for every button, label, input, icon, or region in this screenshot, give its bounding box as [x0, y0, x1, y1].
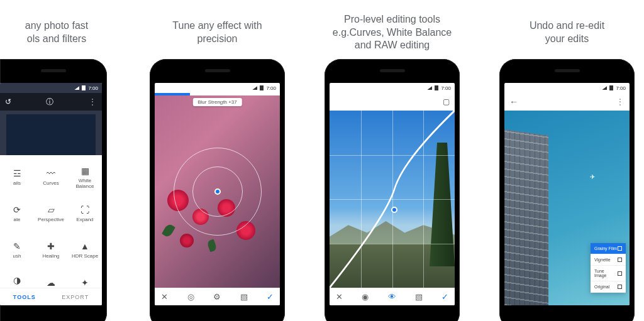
drama-icon: [45, 277, 57, 288]
photo-preview-dimmed: [6, 114, 96, 155]
status-time: 7:00: [88, 85, 98, 91]
panel-caption: any photo fast ols and filters: [25, 13, 89, 53]
app-top-bar: ↺ ⓘ: [0, 93, 102, 111]
history-step-label: Original: [594, 285, 609, 289]
info-icon[interactable]: ⓘ: [46, 97, 53, 107]
phone-speaker: [555, 69, 580, 72]
tonal-icon: [11, 275, 23, 286]
tool-healing[interactable]: Healing: [34, 232, 68, 268]
history-step-label: Grainy Film: [594, 246, 617, 251]
adjustment-chip: Blur Strength +37: [192, 98, 242, 106]
app-top-bar: [504, 93, 630, 111]
battery-icon: [435, 85, 438, 90]
tool-label: ush: [13, 254, 21, 259]
channel-button[interactable]: ◉: [362, 292, 369, 302]
status-bar: 7:00: [155, 83, 280, 93]
overflow-menu-icon[interactable]: [88, 97, 97, 107]
editor-action-bar: ✕ ◎ ⚙ ▧ ✓: [155, 288, 280, 305]
layers-button[interactable]: ▧: [240, 292, 248, 302]
signal-icon: [252, 86, 257, 90]
white-bal-icon: [79, 165, 91, 177]
tool-rotate[interactable]: ate: [0, 195, 34, 232]
tool-label: Expand: [76, 217, 93, 223]
tools-grid: ailsCurvesWhite BalanceatePerspectiveExp…: [0, 155, 102, 288]
status-time: 7:00: [266, 85, 276, 91]
phone-frame: 7:00 Blur Strength +37 ✕ ◎: [150, 59, 285, 321]
confirm-button[interactable]: ✓: [441, 292, 448, 302]
overflow-menu-icon[interactable]: [616, 97, 625, 107]
phone-frame: 7:00 ✈ Grainy FilmVignetteTune ImageOrig…: [499, 59, 635, 321]
tool-brush[interactable]: ush: [0, 232, 34, 268]
compare-icon[interactable]: ▢: [443, 97, 450, 106]
edit-history-stack: Grainy FilmVignetteTune ImageOriginal: [591, 243, 626, 293]
history-step-original[interactable]: Original: [591, 281, 626, 293]
tool-expand[interactable]: Expand: [68, 195, 102, 232]
history-step-label: Vignette: [594, 258, 611, 262]
phone-screen: 7:00 ▢: [330, 83, 455, 305]
status-time: 7:00: [441, 85, 451, 91]
history-step-grainy-film[interactable]: Grainy Film: [591, 243, 626, 254]
app-top-bar: ▢: [330, 93, 455, 111]
status-bar: 7:00: [0, 83, 102, 93]
curve-line[interactable]: [330, 111, 455, 288]
tab-tools[interactable]: TOOLS: [13, 294, 36, 300]
tool-label: ails: [13, 181, 21, 187]
status-bar: 7:00: [330, 83, 455, 93]
history-step-tune-image[interactable]: Tune Image: [591, 266, 626, 281]
tool-label: Curves: [43, 181, 58, 187]
cancel-button[interactable]: ✕: [336, 292, 343, 302]
phone-screen: 7:00 Blur Strength +37 ✕ ◎: [155, 83, 280, 305]
panel-history: Undo and re-edit your edits 7:00 ✈ Grain: [496, 13, 638, 321]
editor-action-bar: ✕ ◉ 👁 ▧ ✓: [330, 288, 455, 305]
photo-bird-icon: ✈: [590, 173, 595, 180]
photo-building: [504, 129, 548, 305]
panel-caption: Pro-level editing tools e.g.Curves, Whit…: [333, 13, 452, 53]
panel-caption: Undo and re-edit your edits: [530, 13, 604, 53]
photo-canvas[interactable]: ✈ Grainy FilmVignetteTune ImageOriginal: [504, 111, 630, 305]
tool-white-bal[interactable]: White Balance: [68, 159, 102, 195]
panel-tools: any photo fast ols and filters 7:00 ↺ ⓘ: [0, 13, 113, 321]
panel-precision: Tune any effect with precision 7:00 Blur…: [147, 13, 288, 321]
history-step-label: Tune Image: [594, 269, 618, 278]
perspective-icon: [45, 204, 57, 215]
battery-icon: [609, 85, 613, 90]
phone-speaker: [205, 69, 230, 72]
target-button[interactable]: ◎: [187, 292, 194, 302]
layers-button[interactable]: ▧: [415, 292, 423, 302]
history-step-thumb-icon: [618, 285, 622, 289]
battery-icon: [82, 85, 86, 90]
confirm-button[interactable]: ✓: [267, 292, 274, 302]
preview-button[interactable]: 👁: [388, 292, 396, 302]
battery-icon: [260, 85, 264, 90]
tab-export[interactable]: EXPORT: [62, 294, 89, 300]
curves-icon: [45, 168, 57, 179]
history-step-vignette[interactable]: Vignette: [591, 254, 626, 266]
history-step-thumb-icon: [618, 258, 622, 262]
photo-canvas[interactable]: Blur Strength +37: [155, 95, 280, 288]
phone-frame: 7:00 ↺ ⓘ ailsCurvesWhite BalanceatePersp…: [0, 59, 107, 321]
history-step-thumb-icon: [618, 246, 622, 251]
adjust-button[interactable]: ⚙: [213, 292, 221, 302]
tool-curves[interactable]: Curves: [34, 159, 68, 195]
signal-icon: [602, 86, 607, 90]
tool-label: White Balance: [76, 178, 94, 190]
tool-perspective[interactable]: Perspective: [34, 195, 68, 232]
status-time: 7:00: [616, 85, 626, 91]
back-button[interactable]: [509, 97, 518, 107]
curve-handle[interactable]: [391, 207, 397, 213]
panel-caption: Tune any effect with precision: [172, 13, 262, 53]
history-icon[interactable]: ↺: [5, 97, 11, 106]
tool-label: Healing: [42, 254, 59, 259]
healing-icon: [45, 241, 57, 252]
tool-label: HDR Scape: [72, 254, 98, 259]
photo-canvas[interactable]: [330, 111, 455, 288]
editor-dimmed-backdrop: 7:00 ↺ ⓘ: [0, 83, 102, 155]
panel-curves: Pro-level editing tools e.g.Curves, Whit…: [321, 13, 463, 321]
cancel-button[interactable]: ✕: [161, 292, 168, 302]
tool-details[interactable]: ails: [0, 159, 34, 195]
history-step-thumb-icon: [618, 271, 622, 276]
tool-label: ate: [13, 217, 20, 223]
focus-center-handle[interactable]: [214, 188, 221, 195]
vintage-icon: [79, 277, 91, 288]
tool-hdr-scape[interactable]: HDR Scape: [68, 232, 102, 268]
